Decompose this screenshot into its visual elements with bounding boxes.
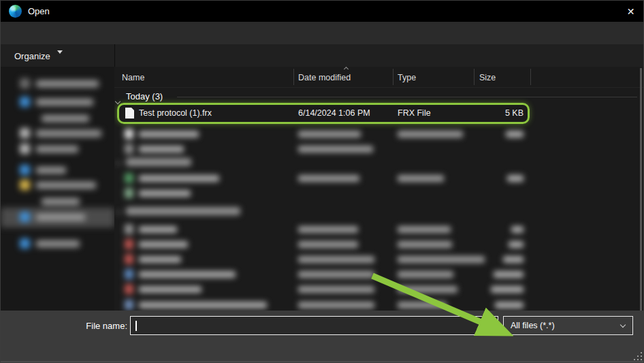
redacted-blob xyxy=(36,130,101,137)
sidebar-item[interactable] xyxy=(1,211,114,225)
blurred-file-row[interactable] xyxy=(114,238,639,251)
blurred-file-row[interactable] xyxy=(114,298,639,311)
redacted-blob xyxy=(126,158,191,166)
file-size: 5 KB xyxy=(482,108,524,118)
organize-menu-button[interactable]: Organize xyxy=(14,44,63,67)
organize-caret-icon xyxy=(57,50,63,54)
redacted-blob xyxy=(298,146,373,153)
redacted-blob xyxy=(125,300,133,310)
sidebar-item[interactable] xyxy=(1,195,114,209)
redacted-blob xyxy=(139,302,267,309)
redacted-blob xyxy=(298,286,374,293)
redacted-blob xyxy=(125,173,133,183)
redacted-blob xyxy=(139,256,181,263)
sidebar-item[interactable] xyxy=(1,238,114,251)
redacted-blob xyxy=(139,271,236,278)
sidebar-item[interactable] xyxy=(1,143,114,157)
file-type-select[interactable]: All files (*.*) xyxy=(503,316,633,335)
redacted-blob xyxy=(125,254,133,264)
file-name: Test protocol (1).frx xyxy=(139,108,212,118)
filename-combo-chevron-icon[interactable] xyxy=(487,323,492,328)
redacted-blob xyxy=(139,146,184,153)
file-type: FRX File xyxy=(398,108,431,118)
file-row-test-protocol[interactable]: Test protocol (1).frx 6/14/2024 1:06 PM … xyxy=(114,104,531,123)
file-name-label: File name: xyxy=(81,321,127,331)
redacted-blob xyxy=(511,226,524,233)
redacted-blob xyxy=(398,271,453,278)
redacted-blob xyxy=(125,144,133,154)
sidebar-item[interactable] xyxy=(1,78,114,91)
file-date-modified: 6/14/2024 1:06 PM xyxy=(298,108,370,118)
dialog-footer: File name: All files (*.*) Upload from m… xyxy=(1,311,644,363)
navigation-bar: ← → ↑ › This PC › Downloads ↻ Search Dow… xyxy=(1,22,644,44)
redacted-blob xyxy=(126,207,240,215)
file-list-area: Name Date modified Type Size Today (3) T… xyxy=(114,67,644,311)
redacted-blob xyxy=(125,239,133,249)
sidebar-item-icon xyxy=(20,78,30,89)
sidebar-item-icon xyxy=(20,212,30,222)
redacted-blob xyxy=(398,226,451,233)
window-title: Open xyxy=(28,6,50,16)
blurred-file-row[interactable] xyxy=(114,172,639,185)
redacted-blob xyxy=(507,175,524,182)
redacted-blob xyxy=(125,224,133,234)
file-name-input[interactable] xyxy=(130,316,498,335)
redacted-blob xyxy=(503,256,524,263)
blurred-file-row[interactable] xyxy=(114,187,639,200)
redacted-blob xyxy=(139,226,177,233)
redacted-blob xyxy=(298,175,359,182)
redacted-blob xyxy=(125,284,133,294)
redacted-blob xyxy=(298,256,374,263)
redacted-blob xyxy=(139,241,188,248)
blurred-file-row[interactable] xyxy=(114,127,639,141)
redacted-blob xyxy=(506,131,524,138)
organize-label: Organize xyxy=(14,51,50,61)
redacted-blob xyxy=(139,286,202,293)
resize-grip[interactable] xyxy=(632,352,643,362)
redacted-blob xyxy=(298,271,374,278)
blurred-file-row[interactable] xyxy=(114,283,639,296)
redacted-blob xyxy=(36,167,66,174)
navigation-sidebar[interactable] xyxy=(1,67,114,311)
redacted-blob xyxy=(298,302,374,309)
blurred-file-row[interactable] xyxy=(114,142,639,156)
redacted-blob xyxy=(398,131,463,138)
redacted-blob xyxy=(139,175,219,182)
title-bar: Open ✕ xyxy=(1,1,644,22)
blurred-file-row[interactable] xyxy=(114,268,639,281)
chevron-down-icon xyxy=(116,159,121,165)
redacted-blob xyxy=(36,214,85,221)
redacted-blob xyxy=(125,129,133,139)
redacted-blob xyxy=(125,188,133,198)
sidebar-item[interactable] xyxy=(1,96,114,110)
redacted-blob xyxy=(139,131,199,138)
redacted-blob xyxy=(36,240,80,247)
redacted-blob xyxy=(398,302,447,309)
chevron-down-icon xyxy=(116,208,121,214)
redacted-blob xyxy=(509,241,524,248)
vertical-scrollbar[interactable] xyxy=(640,68,642,311)
sidebar-item[interactable] xyxy=(1,164,114,178)
blurred-file-row[interactable] xyxy=(114,253,639,266)
file-doc-icon xyxy=(125,108,134,119)
redacted-blob xyxy=(398,241,452,248)
sidebar-item-icon xyxy=(20,165,30,175)
sidebar-item[interactable] xyxy=(1,127,114,141)
sidebar-item[interactable] xyxy=(1,112,114,126)
sidebar-item[interactable] xyxy=(1,179,114,193)
command-toolbar: Organize New folder ? xyxy=(1,44,644,67)
close-button[interactable]: ✕ xyxy=(617,1,644,22)
redacted-blob xyxy=(298,226,358,233)
redacted-blob xyxy=(494,271,524,278)
redacted-blob xyxy=(36,80,99,87)
sidebar-item-icon xyxy=(20,238,30,249)
redacted-blob xyxy=(491,286,524,293)
blurred-file-row[interactable] xyxy=(114,223,639,236)
redacted-blob xyxy=(36,99,93,106)
sidebar-item-icon xyxy=(20,144,30,154)
redacted-blob xyxy=(42,115,89,122)
redacted-blob xyxy=(298,241,358,248)
redacted-blob xyxy=(398,256,485,263)
text-cursor xyxy=(135,321,137,331)
redacted-blob xyxy=(398,286,457,293)
